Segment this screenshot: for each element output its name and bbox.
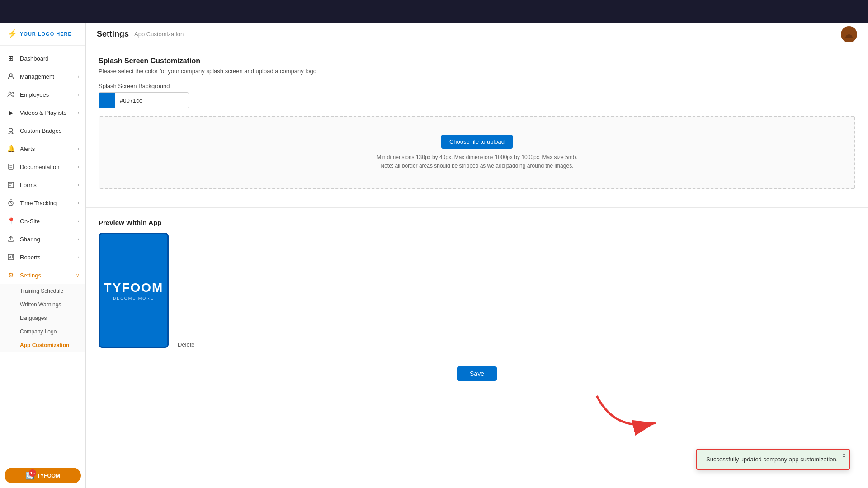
upload-hint: Min dimensions 130px by 40px. Max dimens…	[108, 153, 845, 170]
color-text-input[interactable]	[115, 94, 189, 107]
forms-icon	[6, 180, 15, 189]
svg-point-2	[12, 92, 14, 94]
sidebar-item-company-logo[interactable]: Company Logo	[0, 325, 85, 338]
sidebar-item-app-customization[interactable]: App Customization	[0, 338, 85, 352]
page-header: Settings App Customization	[86, 23, 868, 46]
management-chevron: ›	[78, 74, 79, 79]
sidebar-item-employees[interactable]: Employees ›	[0, 85, 85, 103]
svg-point-1	[9, 92, 11, 94]
sidebar-item-sharing[interactable]: Sharing ›	[0, 230, 85, 248]
logo-text: YOUR LOGO HERE	[20, 31, 72, 37]
toast-overlay: x Successfully updated company app custo…	[696, 449, 850, 470]
settings-icon: ⚙	[6, 271, 15, 280]
sidebar-item-dashboard[interactable]: ⊞ Dashboard	[0, 49, 85, 67]
logo-icon: ⚡	[7, 29, 17, 39]
sidebar-item-training-schedule[interactable]: Training Schedule	[0, 284, 85, 298]
content-inner: Splash Screen Customization Please selec…	[86, 46, 868, 488]
upload-hint-line1: Min dimensions 130px by 40px. Max dimens…	[108, 153, 845, 162]
sharing-chevron: ›	[78, 237, 79, 242]
preview-section: Preview Within App TYFOOM BECOME MORE De…	[86, 208, 868, 359]
sidebar-item-forms[interactable]: Forms ›	[0, 176, 85, 194]
arrow-svg	[588, 387, 678, 441]
save-bar: Save	[86, 359, 868, 388]
preview-title: Preview Within App	[99, 219, 855, 226]
sidebar-item-management[interactable]: Management ›	[0, 67, 85, 85]
notification-badge: 15	[29, 469, 36, 477]
documentation-icon	[6, 162, 15, 171]
sidebar-item-time-tracking[interactable]: Time Tracking ›	[0, 194, 85, 212]
dashboard-icon: ⊞	[6, 54, 15, 63]
sidebar-logo: ⚡ YOUR LOGO HERE	[0, 23, 85, 46]
time-tracking-label: Time Tracking	[20, 200, 78, 206]
preview-logo-text: TYFOOM	[104, 281, 164, 295]
forms-chevron: ›	[78, 183, 79, 188]
employees-chevron: ›	[78, 92, 79, 97]
settings-chevron: ∨	[76, 273, 79, 278]
color-swatch[interactable]	[99, 93, 115, 108]
sidebar-item-written-warnings[interactable]: Written Warnings	[0, 298, 85, 311]
time-tracking-chevron: ›	[78, 201, 79, 206]
toast-message: Successfully updated company app customi…	[706, 456, 838, 463]
settings-label: Settings	[20, 272, 76, 279]
reports-chevron: ›	[78, 255, 79, 260]
preview-phone: TYFOOM BECOME MORE	[99, 233, 169, 348]
sidebar-item-settings[interactable]: ⚙ Settings ∨	[0, 266, 85, 284]
preview-tagline: BECOME MORE	[113, 296, 154, 300]
custom-badges-label: Custom Badges	[20, 127, 79, 134]
right-panel: Settings App Customization Splash Screen…	[86, 23, 868, 488]
alerts-chevron: ›	[78, 146, 79, 151]
sidebar-item-reports[interactable]: Reports ›	[0, 248, 85, 266]
sidebar-item-alerts[interactable]: 🔔 Alerts ›	[0, 140, 85, 158]
documentation-label: Documentation	[20, 164, 78, 170]
tyfoom-button[interactable]: 🔄 15 TYFOOM	[5, 468, 81, 483]
sidebar-item-documentation[interactable]: Documentation ›	[0, 158, 85, 176]
sidebar-nav: ⊞ Dashboard Management › Employees ›	[0, 46, 85, 463]
tyfoom-label: TYFOOM	[37, 473, 60, 479]
avatar-icon	[844, 29, 854, 40]
employees-icon	[6, 90, 15, 99]
breadcrumb: App Customization	[134, 31, 184, 38]
reports-icon	[6, 253, 15, 262]
content-area: Splash Screen Customization Please selec…	[86, 46, 868, 488]
sidebar-item-label: Dashboard	[20, 55, 79, 62]
toast: x Successfully updated company app custo…	[696, 449, 850, 470]
videos-label: Videos & Playlists	[20, 109, 78, 116]
svg-point-0	[9, 74, 12, 76]
employees-label: Employees	[20, 91, 78, 98]
upload-area: Choose file to upload Min dimensions 130…	[99, 116, 855, 189]
upload-hint-line2: Note: all border areas should be strippe…	[108, 162, 845, 170]
on-site-label: On-Site	[20, 218, 78, 225]
upload-button[interactable]: Choose file to upload	[441, 135, 513, 149]
on-site-chevron: ›	[78, 219, 79, 224]
documentation-chevron: ›	[78, 164, 79, 169]
badges-icon	[6, 126, 15, 135]
page-title: Settings	[97, 29, 129, 39]
toast-close-button[interactable]: x	[843, 452, 845, 459]
user-avatar[interactable]	[841, 26, 857, 42]
save-button[interactable]: Save	[457, 366, 497, 381]
sidebar-item-languages[interactable]: Languages	[0, 311, 85, 325]
preview-container: TYFOOM BECOME MORE Delete	[99, 233, 855, 348]
delete-link[interactable]: Delete	[178, 341, 195, 348]
forms-label: Forms	[20, 182, 78, 188]
sidebar-item-custom-badges[interactable]: Custom Badges	[0, 122, 85, 140]
sidebar-item-videos[interactable]: ▶ Videos & Playlists ›	[0, 103, 85, 122]
svg-rect-4	[9, 164, 13, 169]
settings-submenu: Training Schedule Written Warnings Langu…	[0, 284, 85, 352]
sharing-label: Sharing	[20, 236, 78, 243]
main-layout: ⚡ YOUR LOGO HERE ⊞ Dashboard Management …	[0, 23, 868, 488]
page-header-left: Settings App Customization	[97, 29, 184, 39]
sidebar-item-on-site[interactable]: 📍 On-Site ›	[0, 212, 85, 230]
on-site-icon: 📍	[6, 216, 15, 225]
alerts-icon: 🔔	[6, 144, 15, 153]
sidebar-bottom: 🔄 15 TYFOOM	[0, 463, 85, 488]
alerts-label: Alerts	[20, 145, 78, 152]
time-tracking-icon	[6, 198, 15, 207]
videos-chevron: ›	[78, 110, 79, 115]
arrow-annotation	[588, 387, 678, 443]
reports-label: Reports	[20, 254, 78, 261]
svg-point-18	[847, 31, 851, 35]
splash-screen-section: Splash Screen Customization Please selec…	[86, 46, 868, 208]
topbar	[0, 0, 868, 23]
color-input-wrap	[99, 92, 189, 108]
